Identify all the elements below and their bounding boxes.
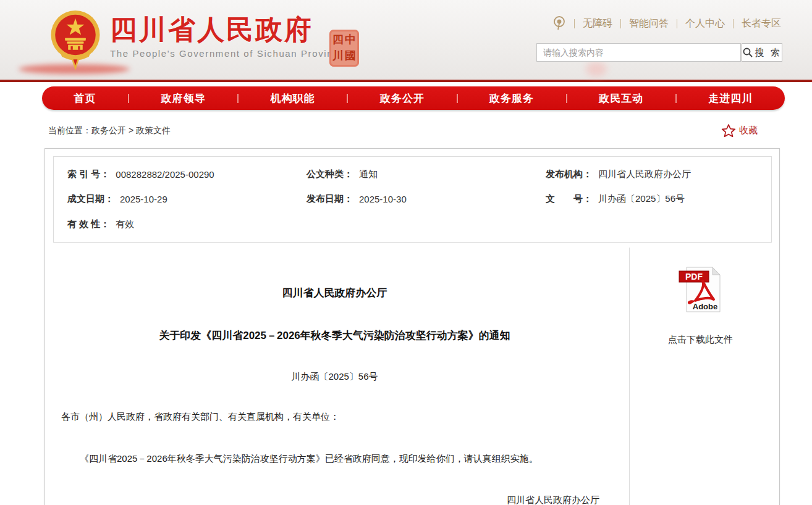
nav-separator	[237, 94, 239, 103]
pdf-file-icon[interactable]: PDF Adobe	[678, 265, 724, 313]
utility-link-senior-zone[interactable]: 长者专区	[742, 17, 781, 30]
page: 四川省人民政府 The People's Government of Sichu…	[0, 0, 812, 505]
nav-item-home[interactable]: 首页	[74, 91, 96, 106]
utility-separator	[677, 19, 677, 28]
favorite-button[interactable]: 收藏	[721, 123, 758, 138]
document-number: 川办函〔2025〕56号	[61, 371, 608, 383]
search-icon	[743, 48, 753, 57]
nav-item-government-services[interactable]: 政务服务	[489, 91, 534, 106]
site-title: 四川省人民政府	[110, 15, 345, 44]
seal-char: 川	[332, 48, 344, 64]
document-issuer: 四川省人民政府办公厅	[61, 286, 608, 300]
nav-separator	[347, 94, 348, 103]
site-subtitle: The People's Government of Sichuan Provi…	[110, 48, 345, 59]
utility-separator	[733, 19, 734, 28]
svg-text:Adobe: Adobe	[692, 302, 717, 311]
nav-separator	[675, 94, 677, 103]
document-paragraph: 《四川省2025－2026年秋冬季大气污染防治攻坚行动方案》已经省政府同意，现印…	[61, 452, 608, 466]
meta-index-number: 索 引 号： 008282882/2025-00290	[54, 162, 293, 187]
nav-separator	[457, 94, 458, 103]
breadcrumb-path[interactable]: 政务公开 > 政策文件	[91, 125, 171, 135]
nav-separator	[128, 94, 129, 103]
nav-item-enter-sichuan[interactable]: 走进四川	[708, 91, 753, 106]
china-sichuan-seal: 四 中 川 國	[329, 30, 359, 67]
document-title: 关于印发《四川省2025－2026年秋冬季大气污染防治攻坚行动方案》的通知	[61, 328, 608, 343]
national-emblem-logo[interactable]	[49, 9, 101, 70]
main-nav: 首页 政府领导 机构职能 政务公开 政务服务 政民互动 走进四川	[42, 86, 785, 110]
nav-separator	[566, 94, 567, 103]
seal-char: 國	[344, 48, 357, 64]
utility-link-personal-center[interactable]: 个人中心	[685, 17, 725, 30]
star-icon	[721, 123, 736, 138]
adobe-pdf-icon: PDF Adobe	[678, 265, 724, 313]
meta-issuing-agency: 发布机构： 四川省人民政府办公厅	[532, 162, 771, 187]
nav-item-government-leaders[interactable]: 政府领导	[161, 91, 206, 106]
download-panel: PDF Adobe 点击下载此文件	[630, 243, 771, 505]
utility-link-smart-qa[interactable]: 智能问答	[629, 17, 669, 30]
document-metadata-table: 索 引 号： 008282882/2025-00290 公文种类： 通知 发布机…	[53, 156, 772, 243]
breadcrumb-row: 当前位置：政务公开 > 政策文件 收藏	[48, 125, 784, 138]
nav-item-government-affairs-disclosure[interactable]: 政务公开	[380, 91, 425, 106]
utility-separator	[620, 19, 621, 28]
search-input[interactable]	[536, 43, 741, 62]
decorative-blob	[586, 62, 607, 77]
breadcrumb: 当前位置：政务公开 > 政策文件	[48, 125, 171, 135]
search-button[interactable]: 搜 索	[742, 43, 782, 62]
voice-reader-icon[interactable]	[552, 16, 566, 31]
site-brand: 四川省人民政府 The People's Government of Sichu…	[110, 15, 345, 59]
seal-char: 四	[332, 32, 344, 48]
utility-links: 无障碍 智能问答 个人中心 长者专区	[552, 16, 781, 31]
document-salutation: 各市（州）人民政府，省政府有关部门、有关直属机构，有关单位：	[61, 411, 608, 423]
site-header: 四川省人民政府 The People's Government of Sichu…	[0, 0, 812, 82]
meta-written-date: 成文日期： 2025-10-29	[54, 187, 293, 212]
search-bar: 搜 索	[536, 43, 782, 62]
download-link[interactable]: 点击下载此文件	[630, 334, 771, 346]
breadcrumb-label: 当前位置：	[48, 125, 91, 135]
seal-char: 中	[344, 32, 357, 48]
document-signoff: 四川省人民政府办公厅	[61, 495, 608, 505]
utility-link-accessibility[interactable]: 无障碍	[583, 17, 612, 30]
search-button-label: 搜 索	[755, 47, 782, 59]
favorite-label: 收藏	[739, 125, 758, 136]
meta-document-number: 文 号： 川办函〔2025〕56号	[532, 187, 771, 212]
utility-separator	[574, 19, 575, 28]
svg-text:PDF: PDF	[685, 272, 703, 282]
nav-item-institutional-functions[interactable]: 机构职能	[271, 91, 315, 106]
nav-item-public-interaction[interactable]: 政民互动	[599, 91, 643, 106]
meta-publish-date: 发布日期： 2025-10-30	[293, 187, 532, 212]
document-container: 索 引 号： 008282882/2025-00290 公文种类： 通知 发布机…	[44, 148, 780, 505]
meta-validity: 有 效 性： 有效	[54, 212, 293, 237]
document-body: 四川省人民政府办公厅 关于印发《四川省2025－2026年秋冬季大气污染防治攻坚…	[45, 243, 629, 505]
meta-document-type: 公文种类： 通知	[293, 162, 532, 187]
